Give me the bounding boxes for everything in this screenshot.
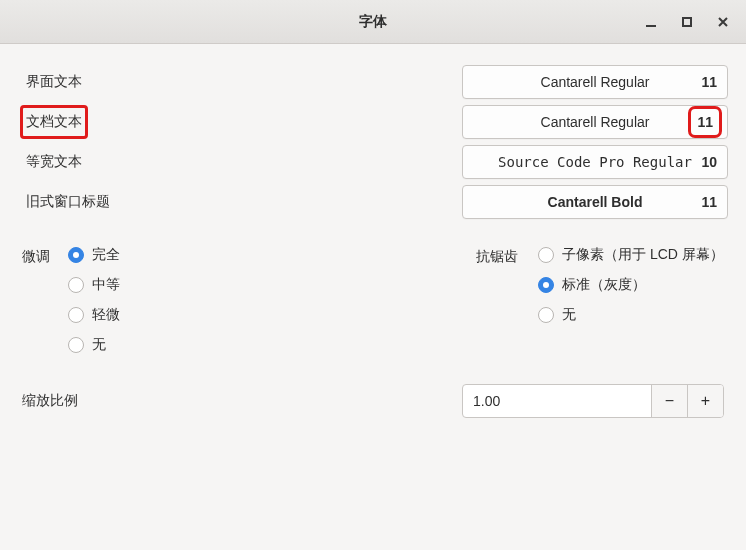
minimize-button[interactable] (642, 13, 660, 31)
font-picker-legacy-title[interactable]: Cantarell Bold 11 (462, 185, 728, 219)
label-legacy-title: 旧式窗口标题 (22, 187, 114, 217)
font-picker-document[interactable]: Cantarell Regular 11 (462, 105, 728, 139)
radio-icon (68, 277, 84, 293)
close-button[interactable] (714, 13, 732, 31)
scale-increment-button[interactable]: + (687, 385, 723, 417)
radio-label: 轻微 (92, 306, 120, 324)
maximize-button[interactable] (678, 13, 696, 31)
radio-antialias-subpixel[interactable]: 子像素（用于 LCD 屏幕） (538, 246, 724, 264)
radio-label: 完全 (92, 246, 120, 264)
radio-hinting-medium[interactable]: 中等 (68, 276, 120, 294)
radio-antialias-none[interactable]: 无 (538, 306, 724, 324)
scale-decrement-button[interactable]: − (651, 385, 687, 417)
font-picker-interface[interactable]: Cantarell Regular 11 (462, 65, 728, 99)
font-size: 11 (701, 74, 717, 90)
svg-rect-0 (646, 25, 656, 27)
radio-icon (68, 247, 84, 263)
radio-icon (68, 307, 84, 323)
radio-hinting-full[interactable]: 完全 (68, 246, 120, 264)
font-name: Cantarell Regular (463, 74, 727, 90)
label-document-text: 文档文本 (22, 107, 86, 137)
font-size: 11 (701, 194, 717, 210)
radio-label: 标准（灰度） (562, 276, 646, 294)
label-scale: 缩放比例 (22, 392, 462, 410)
radio-hinting-none[interactable]: 无 (68, 336, 120, 354)
radio-label: 中等 (92, 276, 120, 294)
radio-icon (538, 277, 554, 293)
content-area: 界面文本 Cantarell Regular 11 文档文本 Cantarell… (0, 44, 746, 436)
scale-value[interactable]: 1.00 (463, 385, 651, 417)
svg-rect-1 (683, 18, 691, 26)
label-antialias: 抗锯齿 (476, 246, 538, 266)
font-size: 11 (693, 111, 717, 133)
radio-antialias-standard[interactable]: 标准（灰度） (538, 276, 724, 294)
font-picker-monospace[interactable]: Source Code Pro Regular 10 (462, 145, 728, 179)
font-name: Cantarell Regular (463, 114, 727, 130)
radio-label: 子像素（用于 LCD 屏幕） (562, 246, 724, 264)
scale-spinbutton[interactable]: 1.00 − + (462, 384, 724, 418)
label-interface-text: 界面文本 (22, 67, 86, 97)
radio-label: 无 (562, 306, 576, 324)
label-monospace-text: 等宽文本 (22, 147, 86, 177)
hinting-group: 微调 完全 中等 轻微 无 (22, 246, 476, 354)
font-size: 10 (701, 154, 717, 170)
font-name: Cantarell Bold (463, 194, 727, 210)
font-name: Source Code Pro Regular (463, 154, 727, 170)
antialias-group: 抗锯齿 子像素（用于 LCD 屏幕） 标准（灰度） 无 (476, 246, 724, 354)
radio-hinting-slight[interactable]: 轻微 (68, 306, 120, 324)
window-title: 字体 (0, 13, 746, 31)
radio-icon (538, 247, 554, 263)
radio-icon (538, 307, 554, 323)
window-controls (642, 13, 746, 31)
titlebar: 字体 (0, 0, 746, 44)
label-hinting: 微调 (22, 246, 68, 266)
radio-label: 无 (92, 336, 106, 354)
radio-icon (68, 337, 84, 353)
